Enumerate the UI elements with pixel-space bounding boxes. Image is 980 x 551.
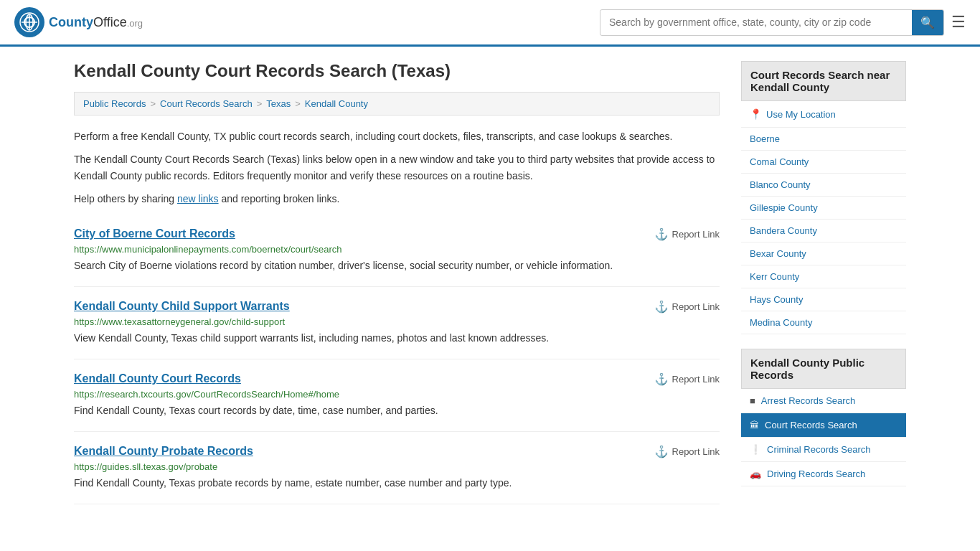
sidebar-criminal-records[interactable]: ❕ Criminal Records Search bbox=[741, 438, 906, 462]
location-pin-icon: 📍 bbox=[750, 108, 762, 120]
criminal-records-link[interactable]: Criminal Records Search bbox=[767, 444, 871, 455]
arrest-icon: ■ bbox=[750, 395, 755, 406]
report-link-label: Report Link bbox=[672, 374, 720, 385]
breadcrumb-sep-2: > bbox=[257, 98, 263, 109]
driving-records-link[interactable]: Driving Records Search bbox=[767, 468, 865, 479]
gillespie-link[interactable]: Gillespie County bbox=[750, 202, 818, 213]
report-link[interactable]: ⚓ Report Link bbox=[654, 227, 720, 241]
bandera-link[interactable]: Bandera County bbox=[750, 225, 817, 236]
logo-text: CountyOffice.org bbox=[49, 15, 143, 30]
intro3-suffix: and reporting broken links. bbox=[219, 193, 340, 204]
breadcrumb: Public Records > Court Records Search > … bbox=[74, 92, 720, 116]
breadcrumb-public-records[interactable]: Public Records bbox=[83, 98, 146, 109]
breadcrumb-texas[interactable]: Texas bbox=[266, 98, 291, 109]
result-header: Kendall County Probate Records ⚓ Report … bbox=[74, 445, 720, 458]
intro-text-1: Perform a free Kendall County, TX public… bbox=[74, 128, 720, 144]
result-url: https://www.texasattorneygeneral.gov/chi… bbox=[74, 316, 720, 327]
boerne-link[interactable]: Boerne bbox=[750, 133, 780, 144]
intro-text-2: The Kendall County Court Records Search … bbox=[74, 151, 720, 184]
report-link-label: Report Link bbox=[672, 446, 720, 457]
report-link-label: Report Link bbox=[672, 229, 720, 240]
result-item: Kendall County Child Support Warrants ⚓ … bbox=[74, 287, 720, 359]
use-my-location-link[interactable]: Use My Location bbox=[766, 109, 836, 120]
search-bar: 🔍 bbox=[600, 9, 944, 36]
result-desc: Find Kendall County, Texas probate recor… bbox=[74, 476, 720, 491]
sidebar-nearby-medina[interactable]: Medina County bbox=[741, 311, 906, 334]
sidebar-use-location[interactable]: 📍 Use My Location bbox=[741, 101, 906, 128]
medina-link[interactable]: Medina County bbox=[750, 317, 812, 328]
search-input[interactable] bbox=[600, 11, 912, 34]
arrest-records-link[interactable]: Arrest Records Search bbox=[761, 395, 856, 406]
sidebar-nearby-title: Court Records Search near Kendall County bbox=[741, 61, 906, 101]
logo-area: CountyOffice.org bbox=[14, 7, 143, 37]
sidebar-nearby-blanco[interactable]: Blanco County bbox=[741, 174, 906, 197]
breadcrumb-kendall-county[interactable]: Kendall County bbox=[305, 98, 368, 109]
report-link-icon: ⚓ bbox=[654, 300, 669, 314]
result-header: Kendall County Child Support Warrants ⚓ … bbox=[74, 300, 720, 314]
sidebar-public-records-title: Kendall County Public Records bbox=[741, 349, 906, 389]
results-list: City of Boerne Court Records ⚓ Report Li… bbox=[74, 215, 720, 504]
bexar-link[interactable]: Bexar County bbox=[750, 248, 806, 259]
result-title[interactable]: Kendall County Child Support Warrants bbox=[74, 300, 290, 313]
sidebar-nearby-section: Court Records Search near Kendall County… bbox=[741, 61, 906, 334]
result-url: https://research.txcourts.gov/CourtRecor… bbox=[74, 389, 720, 400]
header: CountyOffice.org 🔍 ☰ bbox=[0, 0, 980, 47]
sidebar-public-records-section: Kendall County Public Records ■ Arrest R… bbox=[741, 349, 906, 486]
sidebar-arrest-records[interactable]: ■ Arrest Records Search bbox=[741, 389, 906, 413]
result-title[interactable]: Kendall County Court Records bbox=[74, 372, 241, 385]
result-desc: Search City of Boerne violations record … bbox=[74, 258, 720, 273]
hays-link[interactable]: Hays County bbox=[750, 294, 803, 305]
criminal-icon: ❕ bbox=[750, 444, 761, 455]
sidebar-court-records[interactable]: 🏛 Court Records Search bbox=[741, 413, 906, 438]
report-link-icon: ⚓ bbox=[654, 372, 669, 386]
report-link-icon: ⚓ bbox=[654, 445, 669, 458]
result-header: Kendall County Court Records ⚓ Report Li… bbox=[74, 372, 720, 386]
new-links-link[interactable]: new links bbox=[177, 193, 219, 204]
result-item: Kendall County Court Records ⚓ Report Li… bbox=[74, 359, 720, 432]
sidebar-driving-records[interactable]: 🚗 Driving Records Search bbox=[741, 462, 906, 486]
sidebar-nearby-boerne[interactable]: Boerne bbox=[741, 128, 906, 151]
kerr-link[interactable]: Kerr County bbox=[750, 271, 799, 282]
result-item: City of Boerne Court Records ⚓ Report Li… bbox=[74, 215, 720, 287]
result-title[interactable]: Kendall County Probate Records bbox=[74, 445, 253, 458]
result-item: Kendall County Probate Records ⚓ Report … bbox=[74, 432, 720, 504]
sidebar-nearby-comal[interactable]: Comal County bbox=[741, 151, 906, 174]
content-area: Kendall County Court Records Search (Tex… bbox=[74, 61, 720, 504]
report-link[interactable]: ⚓ Report Link bbox=[654, 445, 720, 458]
header-right: 🔍 ☰ bbox=[600, 9, 966, 36]
blanco-link[interactable]: Blanco County bbox=[750, 179, 811, 190]
intro-text-3: Help others by sharing new links and rep… bbox=[74, 191, 720, 207]
breadcrumb-sep-1: > bbox=[150, 98, 156, 109]
sidebar-nearby-hays[interactable]: Hays County bbox=[741, 288, 906, 311]
court-records-link[interactable]: Court Records Search bbox=[765, 420, 857, 430]
report-link[interactable]: ⚓ Report Link bbox=[654, 300, 720, 314]
result-header: City of Boerne Court Records ⚓ Report Li… bbox=[74, 227, 720, 241]
search-button[interactable]: 🔍 bbox=[912, 10, 943, 35]
intro3-prefix: Help others by sharing bbox=[74, 193, 177, 204]
report-link-label: Report Link bbox=[672, 301, 720, 312]
sidebar-nearby-gillespie[interactable]: Gillespie County bbox=[741, 197, 906, 220]
breadcrumb-court-records-search[interactable]: Court Records Search bbox=[160, 98, 253, 109]
page-title: Kendall County Court Records Search (Tex… bbox=[74, 61, 720, 81]
report-link-icon: ⚓ bbox=[654, 227, 669, 241]
result-title[interactable]: City of Boerne Court Records bbox=[74, 227, 235, 240]
result-url: https://www.municipalonlinepayments.com/… bbox=[74, 244, 720, 255]
result-desc: Find Kendall County, Texas court records… bbox=[74, 403, 720, 418]
comal-link[interactable]: Comal County bbox=[750, 156, 809, 167]
sidebar: Court Records Search near Kendall County… bbox=[741, 61, 906, 504]
sidebar-nearby-kerr[interactable]: Kerr County bbox=[741, 265, 906, 288]
result-url: https://guides.sll.texas.gov/probate bbox=[74, 461, 720, 472]
hamburger-menu[interactable]: ☰ bbox=[951, 13, 966, 32]
court-icon: 🏛 bbox=[750, 420, 759, 430]
sidebar-nearby-bexar[interactable]: Bexar County bbox=[741, 242, 906, 265]
result-desc: View Kendall County, Texas child support… bbox=[74, 331, 720, 346]
sidebar-nearby-bandera[interactable]: Bandera County bbox=[741, 220, 906, 242]
logo-icon bbox=[14, 7, 44, 37]
report-link[interactable]: ⚓ Report Link bbox=[654, 372, 720, 386]
breadcrumb-sep-3: > bbox=[295, 98, 301, 109]
main-container: Kendall County Court Records Search (Tex… bbox=[60, 47, 920, 519]
driving-icon: 🚗 bbox=[750, 468, 761, 479]
